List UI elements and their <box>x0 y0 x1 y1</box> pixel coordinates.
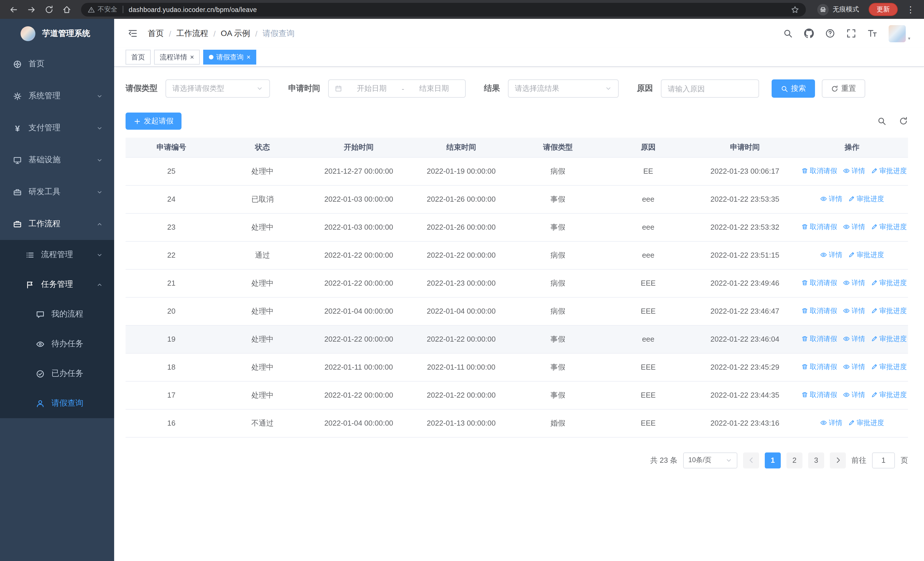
active-dot <box>209 55 213 59</box>
page-button-2[interactable]: 2 <box>786 452 802 468</box>
sidebar-item-task-mgmt[interactable]: 任务管理 <box>0 270 114 299</box>
cancel-action[interactable]: 取消请假 <box>801 278 837 288</box>
breadcrumb-item[interactable]: OA 示例 <box>221 28 250 39</box>
sidebar-item-my-process[interactable]: 我的流程 <box>0 299 114 329</box>
sidebar-item-home[interactable]: 首页 <box>0 48 114 80</box>
detail-action[interactable]: 详情 <box>843 306 865 316</box>
cell-type: 事假 <box>513 185 603 213</box>
progress-action[interactable]: 审批进度 <box>871 362 907 372</box>
progress-action[interactable]: 审批进度 <box>871 166 907 176</box>
sidebar-item-devtools[interactable]: 研发工具 <box>0 176 114 208</box>
github-icon[interactable] <box>804 29 814 38</box>
chevron-up-icon <box>96 221 103 227</box>
create-leave-label: 发起请假 <box>144 116 174 126</box>
cell-end: 2022-01-13 00:00:00 <box>410 409 513 437</box>
cell-applied: 2022-01-22 23:49:46 <box>694 269 796 297</box>
next-page-button[interactable] <box>830 452 846 468</box>
progress-action[interactable]: 审批进度 <box>871 390 907 400</box>
sidebar-item-todo-tasks[interactable]: 待办任务 <box>0 329 114 359</box>
font-size-icon[interactable] <box>867 29 877 38</box>
browser-update-button[interactable]: 更新 <box>868 3 898 16</box>
forward-button[interactable] <box>23 2 39 17</box>
sidebar-item-system[interactable]: 系统管理 <box>0 80 114 112</box>
progress-action[interactable]: 审批进度 <box>871 306 907 316</box>
search-button[interactable]: 搜索 <box>772 80 815 98</box>
fullscreen-icon[interactable] <box>846 29 856 38</box>
detail-action[interactable]: 详情 <box>843 278 865 288</box>
detail-action[interactable]: 详情 <box>820 250 842 260</box>
prev-page-button[interactable] <box>743 452 759 468</box>
progress-action[interactable]: 审批进度 <box>871 278 907 288</box>
progress-action[interactable]: 审批进度 <box>848 250 884 260</box>
page-button-3[interactable]: 3 <box>808 452 824 468</box>
detail-action[interactable]: 详情 <box>843 222 865 232</box>
tab-label: 首页 <box>131 52 145 62</box>
breadcrumb-item[interactable]: 工作流程 <box>176 28 208 39</box>
bookmark-star-icon[interactable] <box>791 5 799 14</box>
cancel-action[interactable]: 取消请假 <box>801 222 837 232</box>
toggle-search-button[interactable] <box>877 117 886 126</box>
reset-button[interactable]: 重置 <box>822 80 865 98</box>
detail-action[interactable]: 详情 <box>843 166 865 176</box>
detail-action[interactable]: 详情 <box>843 334 865 344</box>
sidebar-item-process-mgmt[interactable]: 流程管理 <box>0 240 114 270</box>
breadcrumb-item[interactable]: 首页 <box>148 28 164 39</box>
back-button[interactable] <box>6 2 21 17</box>
reload-button[interactable] <box>41 2 57 17</box>
cell-status: 处理中 <box>217 381 308 409</box>
cell-id: 17 <box>126 381 217 409</box>
collapse-menu-icon[interactable] <box>128 29 138 38</box>
cancel-action[interactable]: 取消请假 <box>801 390 837 400</box>
cell-start: 2022-01-03 00:00:00 <box>308 185 410 213</box>
progress-action[interactable]: 审批进度 <box>848 418 884 428</box>
cancel-action[interactable]: 取消请假 <box>801 166 837 176</box>
close-icon[interactable]: × <box>246 54 250 60</box>
breadcrumb-separator: / <box>255 29 257 38</box>
cell-reason: eee <box>603 241 694 269</box>
progress-action[interactable]: 审批进度 <box>871 334 907 344</box>
create-leave-button[interactable]: 发起请假 <box>126 113 182 130</box>
cancel-action[interactable]: 取消请假 <box>801 306 837 316</box>
sidebar-item-label: 已办任务 <box>51 368 83 379</box>
eye-icon <box>843 168 850 174</box>
detail-action[interactable]: 详情 <box>820 418 842 428</box>
progress-action[interactable]: 审批进度 <box>871 222 907 232</box>
browser-menu-button[interactable]: ⋮ <box>903 4 918 15</box>
cell-actions: 详情审批进度 <box>796 185 908 213</box>
detail-action[interactable]: 详情 <box>843 390 865 400</box>
cell-start: 2022-01-22 00:00:00 <box>308 241 410 269</box>
leave-type-select[interactable]: 请选择请假类型 <box>165 80 270 98</box>
sidebar-item-workflow[interactable]: 工作流程 <box>0 208 114 240</box>
table-row: 25处理中2021-12-27 00:00:002022-01-19 00:00… <box>126 157 908 185</box>
cell-id: 25 <box>126 157 217 185</box>
sidebar-item-payment[interactable]: ¥支付管理 <box>0 112 114 144</box>
detail-action[interactable]: 详情 <box>820 194 842 204</box>
page-size-select[interactable]: 10条/页 <box>683 452 737 468</box>
refresh-table-button[interactable] <box>899 117 908 126</box>
tab-首页[interactable]: 首页 <box>126 50 151 65</box>
tab-流程详情[interactable]: 流程详情× <box>154 50 200 65</box>
user-menu[interactable]: ▾ <box>889 25 910 42</box>
sidebar-item-infrastructure[interactable]: 基础设施 <box>0 144 114 176</box>
result-select[interactable]: 请选择流结果 <box>508 80 619 98</box>
home-button[interactable] <box>59 2 74 17</box>
cell-status: 通过 <box>217 241 308 269</box>
detail-action[interactable]: 详情 <box>843 362 865 372</box>
page-button-1[interactable]: 1 <box>765 452 781 468</box>
cancel-action[interactable]: 取消请假 <box>801 362 837 372</box>
cell-actions: 详情审批进度 <box>796 409 908 437</box>
table-row: 20处理中2022-01-04 00:00:002022-01-04 00:00… <box>126 297 908 325</box>
sidebar-item-done-tasks[interactable]: 已办任务 <box>0 359 114 388</box>
tab-请假查询[interactable]: 请假查询× <box>203 50 256 65</box>
reason-input[interactable] <box>668 84 752 93</box>
address-bar[interactable]: 不安全 dashboard.yudao.iocoder.cn/bpm/oa/le… <box>81 3 806 16</box>
search-icon[interactable] <box>783 29 793 38</box>
progress-action[interactable]: 审批进度 <box>848 194 884 204</box>
apply-time-range-picker[interactable]: 开始日期 - 结束日期 <box>328 80 466 98</box>
help-icon[interactable] <box>825 29 835 38</box>
close-icon[interactable]: × <box>190 54 194 60</box>
sidebar-item-leave-query[interactable]: 请假查询 <box>0 388 114 418</box>
goto-page-input[interactable] <box>872 452 895 468</box>
column-header: 申请时间 <box>694 138 796 157</box>
cancel-action[interactable]: 取消请假 <box>801 334 837 344</box>
